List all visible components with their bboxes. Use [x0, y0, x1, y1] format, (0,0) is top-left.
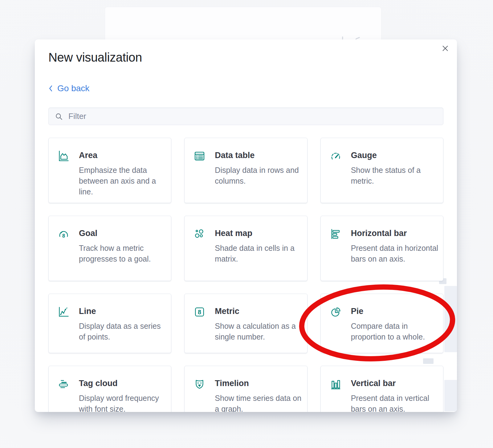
modal-title: New visualization [48, 51, 142, 64]
card-area[interactable]: Area Emphasize the data between an axis … [48, 138, 171, 203]
card-title: Vertical bar [351, 378, 439, 389]
card-description: Emphasize the data between an axis and a… [79, 165, 167, 197]
go-back-link[interactable]: Go back [48, 83, 89, 93]
card-description: Track how a metric progresses to a goal. [79, 243, 167, 264]
pie-icon [330, 306, 341, 318]
card-vertical-bar[interactable]: Vertical bar Present data in vertical ba… [320, 366, 443, 412]
vertical-bar-icon [330, 378, 341, 390]
card-title: Area [79, 150, 167, 161]
background-artifact [444, 286, 457, 352]
card-title: Tag cloud [79, 378, 167, 389]
card-metric[interactable]: 8 Metric Show a calculation as a single … [184, 294, 307, 353]
card-title: Heat map [215, 228, 303, 239]
gauge-icon [330, 150, 341, 162]
card-title: Timelion [215, 378, 303, 389]
card-description: Shade data in cells in a matrix. [215, 243, 303, 264]
card-heat-map[interactable]: Heat map Shade data in cells in a matrix… [184, 216, 307, 281]
card-description: Show time series data on a graph. [215, 393, 303, 412]
visualization-grid: Area Emphasize the data between an axis … [48, 138, 443, 412]
heat-map-icon [194, 228, 205, 240]
new-visualization-modal: New visualization Go back Area Emphasize… [35, 39, 457, 412]
card-title: Goal [79, 228, 167, 239]
card-pie[interactable]: Pie Compare data in proportion to a whol… [320, 294, 443, 353]
card-description: Compare data in proportion to a whole. [351, 321, 439, 342]
background-panel [105, 7, 381, 41]
card-description: Show the status of a metric. [351, 165, 439, 186]
card-title: Metric [215, 306, 303, 317]
line-icon [58, 306, 69, 318]
area-icon [58, 150, 69, 162]
search-icon [55, 112, 63, 120]
card-data-table[interactable]: Data table Display data in rows and colu… [184, 138, 307, 203]
close-button[interactable] [441, 44, 450, 53]
card-description: Show a calculation as a single number. [215, 321, 303, 342]
card-title: Line [79, 306, 167, 317]
card-tag-cloud[interactable]: Tag cloud Display word frequency with fo… [48, 366, 171, 412]
background-artifact [444, 380, 457, 411]
filter-bar [48, 108, 443, 125]
card-description: Display data in rows and columns. [215, 165, 303, 186]
goal-icon: 8 [58, 228, 69, 240]
card-description: Present data in vertical bars on an axis… [351, 393, 439, 412]
data-table-icon [194, 150, 205, 162]
card-title: Gauge [351, 150, 439, 161]
card-line[interactable]: Line Display data as a series of points. [48, 294, 171, 353]
card-goal[interactable]: 8 Goal Track how a metric progresses to … [48, 216, 171, 281]
card-title: Pie [351, 306, 439, 317]
card-gauge[interactable]: Gauge Show the status of a metric. [320, 138, 443, 203]
go-back-label: Go back [57, 83, 89, 93]
metric-icon: 8 [194, 306, 205, 318]
filter-input[interactable] [68, 111, 437, 121]
svg-text:8: 8 [62, 233, 65, 238]
card-horizontal-bar[interactable]: Horizontal bar Present data in horizonta… [320, 216, 443, 281]
svg-text:8: 8 [198, 309, 201, 316]
close-icon [442, 45, 449, 52]
tag-cloud-icon [58, 378, 69, 390]
card-title: Data table [215, 150, 303, 161]
card-timelion[interactable]: Timelion Show time series data on a grap… [184, 366, 307, 412]
card-description: Present data in horizontal bars on an ax… [351, 243, 439, 264]
card-title: Horizontal bar [351, 228, 439, 239]
card-description: Display data as a series of points. [79, 321, 167, 342]
chevron-left-icon [48, 84, 53, 92]
horizontal-bar-icon [330, 228, 341, 240]
timelion-icon [194, 378, 205, 390]
card-description: Display word frequency with font size. [79, 393, 167, 412]
